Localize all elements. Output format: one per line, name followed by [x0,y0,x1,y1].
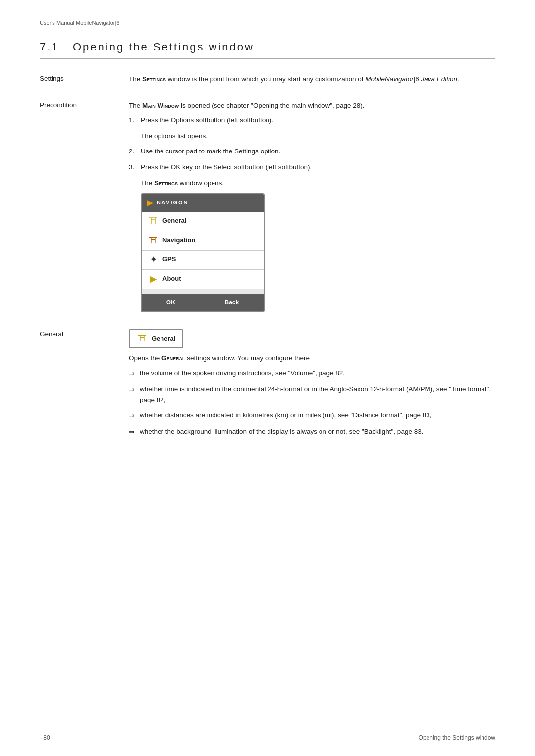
arrow-icon-1: ⇒ [129,368,140,379]
step-3: 3. Press the OK key or the Select softbu… [129,162,495,173]
step-1-num: 1. [129,115,141,126]
settings-content: The Settings window is the point from wh… [129,74,495,89]
phone-gap [142,289,264,294]
general-label-col: General [40,329,129,338]
steps-list: 1. Press the Options softbutton (left so… [129,115,495,126]
section-title: 7.1 Opening the Settings window [40,41,495,59]
settings-smallcaps: Settings [142,75,166,83]
navigon-arrow-icon: ▶ [147,197,154,209]
steps-list-2: 2. Use the cursor pad to mark the Settin… [129,146,495,157]
precondition-intro: The Main Window is opened (see chapter "… [129,101,495,111]
general-bullet-3-text: whether distances are indicated in kilom… [140,410,432,421]
step-2-num: 2. [129,146,141,157]
menu-item-navigation[interactable]: ⛩ Navigation [142,231,264,251]
footer-page-number: - 80 - [40,734,54,741]
general-bullet-4: ⇒ whether the background illumination of… [129,426,495,437]
menu-item-gps[interactable]: ✦ GPS [142,251,264,270]
page-header: User's Manual MobileNavigator|6 [40,20,495,26]
precondition-content: The Main Window is opened (see chapter "… [129,101,495,317]
general-chip: ⛩ General [129,329,183,348]
step-1-note: The options list opens. [141,131,495,142]
phone-ok-button[interactable]: OK [157,297,185,309]
phone-mockup: ▶ NAVIGON ⛩ General ⛩ Navigation ✦ GPS ▶ [141,193,265,312]
settings-paragraph: The Settings window is the point from wh… [129,74,495,85]
general-bullet-2: ⇒ whether time is indicated in the conti… [129,384,495,405]
menu-item-general[interactable]: ⛩ General [142,212,264,231]
general-chip-icon: ⛩ [137,333,148,344]
general-intro: Opens the General settings window. You m… [129,353,495,364]
menu-item-about-label: About [162,274,181,284]
general-smallcaps: General [161,354,185,362]
precondition-row: Precondition The Main Window is opened (… [40,101,495,317]
main-window-smallcaps: Main Window [142,102,179,109]
menu-item-gps-label: GPS [162,254,176,265]
step-3-text: Press the OK key or the Select softbutto… [141,162,312,173]
select-link: Select [214,163,232,171]
navigation-icon: ⛩ [148,235,159,246]
general-bullets: ⇒ the volume of the spoken driving instr… [129,368,495,437]
page-footer: - 80 - Opening the Settings window [0,729,535,741]
footer-section-title: Opening the Settings window [419,734,495,741]
general-icon: ⛩ [148,216,159,227]
general-bullet-3: ⇒ whether distances are indicated in kil… [129,410,495,421]
arrow-icon-3: ⇒ [129,410,140,421]
general-content: ⛩ General Opens the General settings win… [129,329,495,442]
menu-item-general-label: General [162,216,186,226]
step-3-note: The Settings window opens. [141,178,495,189]
settings-link: Settings [234,148,259,155]
settings-row: Settings The Settings window is the poin… [40,74,495,89]
step-1-text: Press the Options softbutton (left softb… [141,115,273,126]
precondition-label: Precondition [40,101,129,109]
general-row: General ⛩ General Opens the General sett… [40,329,495,442]
steps-list-3: 3. Press the OK key or the Select softbu… [129,162,495,173]
page-container: User's Manual MobileNavigator|6 7.1 Open… [0,0,535,756]
general-bullet-1: ⇒ the volume of the spoken driving instr… [129,368,495,379]
menu-item-about[interactable]: ▶ About [142,270,264,289]
settings-label: Settings [40,74,129,82]
phone-back-button[interactable]: Back [214,297,249,309]
arrow-icon-4: ⇒ [129,426,140,437]
arrow-icon-2: ⇒ [129,384,140,395]
phone-footer: OK Back [142,294,264,311]
product-name: MobileNavigator|6 Java Edition [365,75,457,83]
step-1: 1. Press the Options softbutton (left so… [129,115,495,126]
ok-link: OK [171,163,181,171]
gps-icon: ✦ [148,254,159,265]
breadcrumb: User's Manual MobileNavigator|6 [40,20,119,26]
settings-window-smallcaps: Settings [154,179,178,187]
menu-item-navigation-label: Navigation [162,235,195,246]
options-link: Options [171,116,194,124]
step-2-text: Use the cursor pad to mark the Settings … [141,146,280,157]
step-2: 2. Use the cursor pad to mark the Settin… [129,146,495,157]
phone-header: ▶ NAVIGON [142,194,264,212]
general-bullet-2-text: whether time is indicated in the contine… [140,384,495,405]
general-bullet-1-text: the volume of the spoken driving instruc… [140,368,345,379]
phone-header-text: NAVIGON [157,199,189,207]
general-bullet-4-text: whether the background illumination of t… [140,426,423,437]
general-chip-label: General [152,334,175,344]
step-3-num: 3. [129,162,141,173]
about-icon: ▶ [148,274,159,285]
